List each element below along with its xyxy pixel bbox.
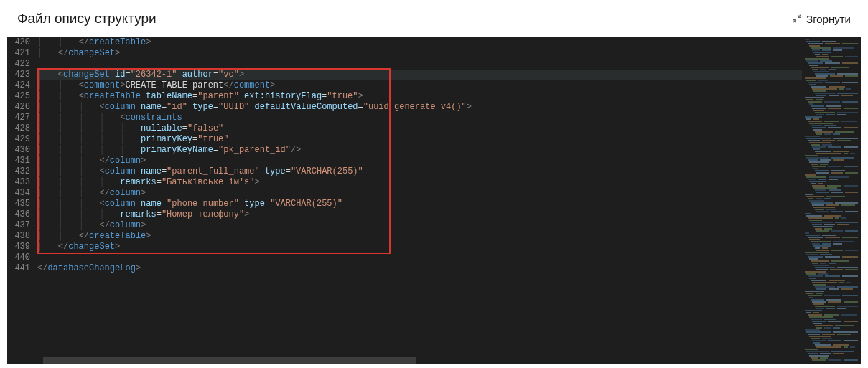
line-number: 437 — [7, 220, 30, 231]
code-line[interactable] — [37, 59, 802, 70]
code-line[interactable]: │ │ │ <column name="parent_full_name" ty… — [37, 166, 802, 177]
line-number: 436 — [7, 209, 30, 220]
code-line[interactable]: │ </changeSet> — [37, 48, 802, 59]
code-line[interactable]: │ <changeSet id="26342-1" author="vc"> — [37, 70, 802, 80]
header-bar: Файл опису структури Згорнути — [0, 0, 868, 37]
code-line[interactable]: │ │ </createTable> — [37, 37, 802, 48]
line-number: 432 — [7, 166, 30, 177]
code-area[interactable]: │ │ </createTable>│ </changeSet>│ <chang… — [37, 37, 802, 364]
code-line[interactable]: │ │ │ │ │ primaryKeyName="pk_parent_id"/… — [37, 145, 802, 156]
code-line[interactable]: │ │ │ <column name="phone_number" type="… — [37, 199, 802, 209]
line-number: 423 — [7, 70, 30, 80]
line-number: 439 — [7, 242, 30, 253]
horizontal-scrollbar[interactable] — [37, 357, 802, 364]
line-number: 422 — [7, 59, 30, 70]
code-line[interactable]: │ │ │ │ remarks="Номер телефону"> — [37, 209, 802, 220]
code-line[interactable]: │ │ │ </column> — [37, 156, 802, 166]
line-number: 434 — [7, 188, 30, 199]
line-number: 438 — [7, 231, 30, 242]
code-editor[interactable]: 4204214224234244254264274284294304314324… — [7, 37, 861, 364]
line-number: 427 — [7, 113, 30, 123]
collapse-diagonal-icon — [792, 14, 802, 24]
line-number: 426 — [7, 102, 30, 113]
code-line[interactable]: </databaseChangeLog> — [37, 263, 802, 274]
code-line[interactable]: │ │ │ │ <constraints — [37, 113, 802, 123]
horizontal-scrollbar-thumb[interactable] — [43, 357, 416, 364]
line-number: 441 — [7, 263, 30, 274]
code-line[interactable]: │ │ │ │ remarks="Батьківське ім'я"> — [37, 177, 802, 188]
code-line[interactable]: │ │ │ │ │ primaryKey="true" — [37, 134, 802, 145]
line-number-gutter: 4204214224234244254264274284294304314324… — [7, 37, 37, 364]
collapse-button[interactable]: Згорнути — [792, 13, 851, 25]
line-number: 425 — [7, 91, 30, 102]
line-number: 429 — [7, 134, 30, 145]
code-line[interactable]: │ │ <comment>CREATE TABLE parent</commen… — [37, 80, 802, 91]
line-number: 420 — [7, 37, 30, 48]
code-line[interactable]: │ │ │ │ │ nullable="false" — [37, 123, 802, 134]
code-line[interactable]: │ │ │ </column> — [37, 188, 802, 199]
line-number: 430 — [7, 145, 30, 156]
collapse-button-label: Згорнути — [806, 13, 851, 25]
line-number: 424 — [7, 80, 30, 91]
code-line[interactable]: │ </changeSet> — [37, 242, 802, 253]
line-number: 428 — [7, 123, 30, 134]
line-number: 435 — [7, 199, 30, 209]
code-line[interactable]: │ │ │ </column> — [37, 220, 802, 231]
line-number: 431 — [7, 156, 30, 166]
line-number: 440 — [7, 253, 30, 263]
code-line[interactable]: │ │ │ <column name="id" type="UUID" defa… — [37, 102, 802, 113]
code-line[interactable]: │ │ </createTable> — [37, 231, 802, 242]
code-line[interactable]: │ │ <createTable tableName="parent" ext:… — [37, 91, 802, 102]
minimap-content — [802, 37, 861, 363]
minimap[interactable] — [802, 37, 861, 364]
code-line[interactable] — [37, 253, 802, 263]
page-title: Файл опису структури — [17, 11, 157, 27]
line-number: 433 — [7, 177, 30, 188]
line-number: 421 — [7, 48, 30, 59]
